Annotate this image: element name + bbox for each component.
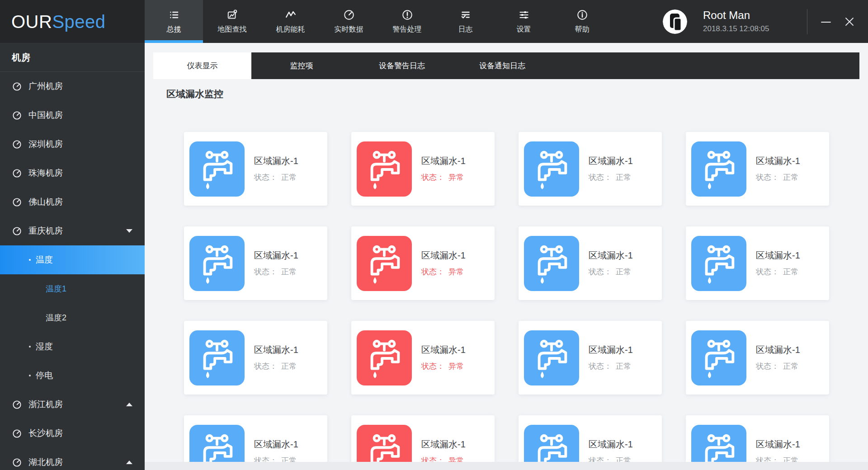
device-card[interactable]: 区域漏水-1 状态：正常 (686, 226, 829, 300)
nav-item-label: 警告处理 (393, 25, 422, 34)
status-label: 状态： (421, 173, 444, 182)
nav-item-label: 日志 (458, 25, 473, 34)
sidebar-item-label: 重庆机房 (28, 225, 63, 237)
tab-device-notice-log[interactable]: 设备通知日志 (452, 52, 552, 79)
minimize-button[interactable] (818, 14, 834, 29)
avatar-logo-icon (663, 9, 687, 34)
status-value: 正常 (281, 268, 297, 276)
gauge-icon (12, 428, 22, 439)
alert-circle-icon (401, 9, 413, 21)
bullet-icon (29, 259, 31, 261)
bullet-icon (29, 346, 31, 348)
header-user-area: Root Man 2018.3.15 12:08:05 (663, 0, 868, 43)
map-pin-icon (226, 9, 238, 21)
sidebar-item-room[interactable]: 佛山机房 (0, 188, 145, 216)
faucet-icon (524, 141, 579, 197)
sidebar-subitem[interactable]: 湿度 (0, 332, 145, 361)
gauge-icon (12, 226, 22, 236)
gauge-icon (12, 400, 22, 410)
device-card[interactable]: 区域漏水-1 状态：正常 (686, 321, 829, 395)
bullet-icon (29, 375, 31, 376)
chevron-up-icon (126, 403, 132, 406)
status-label: 状态： (756, 362, 779, 371)
user-avatar[interactable] (663, 9, 687, 34)
chevron-down-icon (126, 229, 132, 233)
gauge-icon (12, 197, 22, 207)
device-card[interactable]: 区域漏水-1 状态：正常 (686, 132, 829, 206)
top-header: OURSpeed 总揽 地图查找 机房能耗 (0, 0, 868, 43)
status-value: 正常 (783, 173, 798, 182)
tab-dashboard[interactable]: 仪表显示 (153, 52, 251, 79)
device-card[interactable]: 区域漏水-1 状态：正常 (184, 321, 327, 395)
device-card[interactable]: 区域漏水-1 状态：异常 (351, 321, 495, 395)
sidebar-item-label: 停电 (36, 370, 53, 381)
device-status: 状态：异常 (421, 172, 466, 183)
device-title: 区域漏水-1 (421, 344, 466, 356)
nav-item-map-search[interactable]: 地图查找 (203, 0, 261, 43)
sidebar-subsubitem[interactable]: 温度1 (0, 274, 145, 303)
nav-item-energy[interactable]: 机房能耗 (261, 0, 320, 43)
nav-item-realtime[interactable]: 实时数据 (320, 0, 378, 43)
device-title: 区域漏水-1 (421, 438, 466, 451)
device-title: 区域漏水-1 (589, 344, 633, 356)
gauge-icon (12, 168, 22, 179)
sidebar-subitem-active[interactable]: 温度 (0, 245, 145, 274)
device-status: 状态：正常 (254, 361, 298, 371)
device-card[interactable]: 区域漏水-1 状态：异常 (351, 226, 495, 300)
status-value: 异常 (448, 268, 464, 276)
device-card[interactable]: 区域漏水-1 状态：正常 (519, 132, 662, 206)
faucet-icon (524, 330, 579, 385)
device-card[interactable]: 区域漏水-1 状态：异常 (351, 132, 495, 206)
sidebar-item-room[interactable]: 广州机房 (0, 72, 145, 101)
status-label: 状态： (756, 268, 779, 276)
minimize-icon (820, 16, 832, 28)
nav-item-settings[interactable]: 设置 (495, 0, 553, 43)
status-value: 正常 (281, 173, 297, 182)
sidebar-item-room[interactable]: 深圳机房 (0, 130, 145, 159)
sidebar-item-label: 浙江机房 (28, 399, 63, 410)
device-title: 区域漏水-1 (589, 438, 633, 451)
status-value: 异常 (448, 362, 464, 371)
info-circle-icon (576, 9, 588, 21)
app-logo: OURSpeed (0, 0, 145, 43)
nav-item-help[interactable]: 帮助 (553, 0, 611, 43)
status-value: 正常 (783, 268, 798, 276)
sidebar-item-room[interactable]: 长沙机房 (0, 419, 145, 448)
device-status: 状态：异常 (421, 267, 466, 277)
status-value: 正常 (281, 362, 297, 371)
sidebar-subsubitem[interactable]: 温度2 (0, 303, 145, 332)
nav-item-alerts[interactable]: 警告处理 (378, 0, 436, 43)
device-status: 状态：正常 (756, 172, 800, 183)
sidebar-item-room[interactable]: 中国机房 (0, 101, 145, 130)
device-title: 区域漏水-1 (254, 438, 298, 451)
close-button[interactable] (842, 14, 857, 29)
nav-item-logs[interactable]: 日志 (436, 0, 495, 43)
device-status: 状态：异常 (421, 361, 466, 371)
device-title: 区域漏水-1 (756, 249, 800, 262)
section-title: 区域漏水监控 (166, 88, 223, 100)
status-label: 状态： (589, 362, 612, 371)
device-card[interactable]: 区域漏水-1 状态：正常 (184, 226, 327, 300)
horizontal-scrollbar-track[interactable] (145, 462, 868, 470)
device-card[interactable]: 区域漏水-1 状态：正常 (519, 321, 662, 395)
faucet-icon (357, 141, 412, 197)
sidebar-item-room[interactable]: 浙江机房 (0, 390, 145, 419)
sidebar-item-room[interactable]: 湖北机房 (0, 448, 145, 470)
tab-device-alert-log[interactable]: 设备警告日志 (352, 52, 452, 79)
device-title: 区域漏水-1 (254, 155, 298, 167)
nav-item-overview[interactable]: 总揽 (145, 0, 203, 43)
status-label: 状态： (254, 268, 277, 276)
device-status: 状态：正常 (756, 361, 800, 371)
sidebar-subitem[interactable]: 停电 (0, 361, 145, 390)
sidebar-item-label: 温度 (36, 254, 53, 266)
device-card[interactable]: 区域漏水-1 状态：正常 (184, 132, 327, 206)
nav-item-label: 地图查找 (218, 25, 247, 34)
header-datetime: 2018.3.15 12:08:05 (703, 24, 778, 33)
sidebar-item-room[interactable]: 珠海机房 (0, 159, 145, 188)
tab-monitor-items[interactable]: 监控项 (251, 52, 352, 79)
sidebar-item-label: 深圳机房 (28, 138, 63, 150)
sidebar-item-room-expanded[interactable]: 重庆机房 (0, 216, 145, 245)
status-label: 状态： (589, 173, 612, 182)
sliders-icon (518, 9, 530, 21)
device-card[interactable]: 区域漏水-1 状态：正常 (519, 226, 662, 300)
